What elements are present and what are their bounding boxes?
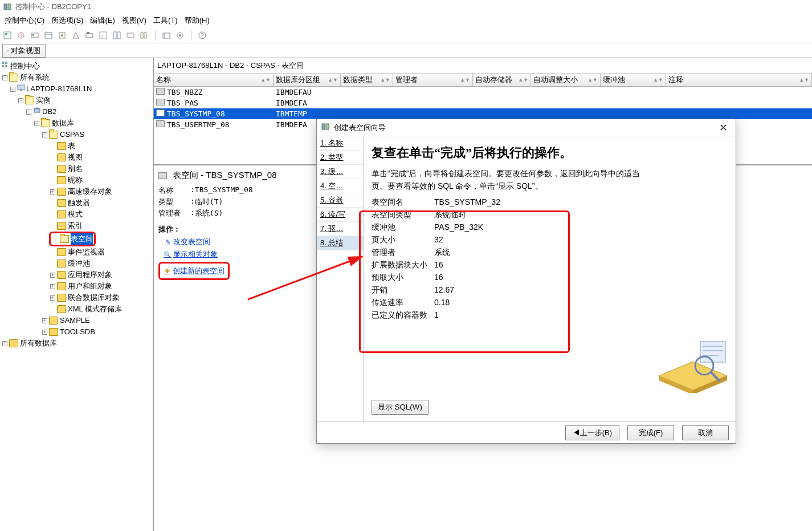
wizard-step-3[interactable]: 3. 缓… <box>317 165 363 179</box>
tree-item[interactable]: +用户和组对象 <box>1 281 152 292</box>
tree-item[interactable]: +高速缓存对象 <box>1 186 152 197</box>
toolbar-icon-2[interactable] <box>16 30 26 40</box>
col-bufpool[interactable]: 缓冲池▲▼ <box>601 74 666 86</box>
col-autosize[interactable]: 自动调整大小▲▼ <box>531 74 601 86</box>
svg-rect-3 <box>5 33 7 35</box>
tree-all-systems[interactable]: − 所有系统 <box>1 72 152 83</box>
menu-tools[interactable]: 工具(T) <box>151 14 180 27</box>
tree-sample[interactable]: +SAMPLE <box>1 315 152 326</box>
col-autostore[interactable]: 自动存储器▲▼ <box>473 74 531 86</box>
breadcrumb: LAPTOP-81768L1N - DB2 - CSPAS - 表空间 <box>154 58 812 74</box>
tree-item[interactable]: 昵称 <box>1 175 152 186</box>
plus-icon: ✚ <box>164 267 170 274</box>
wizard-subtext1: 单击“完成”后，向导将创建表空间。要更改任何参数，返回到此向导中的适当 <box>372 167 728 180</box>
show-sql-button[interactable]: 显示 SQL(W) <box>372 400 429 415</box>
tree-pane[interactable]: 控制中心 − 所有系统 − LAPTOP-81768L1N − 实例 − DB2 <box>0 58 154 531</box>
svg-text:?: ? <box>201 33 204 39</box>
tree-item[interactable]: 模式 <box>1 209 152 220</box>
toolbar-help-icon[interactable]: ? <box>197 30 207 40</box>
toolbar-icon-13[interactable] <box>175 30 185 40</box>
wizard-step-6[interactable]: 6. 读/写 <box>317 208 363 222</box>
table-row[interactable]: TBS_PASIBMDEFA <box>154 98 812 108</box>
svg-text:?: ? <box>101 34 104 39</box>
toolbar-separator-1 <box>155 30 156 40</box>
col-dtype[interactable]: 数据类型▲▼ <box>341 74 393 86</box>
window-title: 控制中心 - DB2COPY1 <box>15 2 91 12</box>
create-tablespace-wizard: 创建表空间向导 ✕ 1. 名称 2. 类型 3. 缓… 4. 空… 5. 容器 … <box>316 119 736 444</box>
tree-instances[interactable]: − 实例 <box>1 95 152 106</box>
wizard-step-1[interactable]: 1. 名称 <box>317 136 363 151</box>
wizard-summary: 表空间名TBS_SYSTMP_32 表空间类型系统临时 缓冲池PAS_PB_32… <box>372 196 728 321</box>
toolbar-icon-12[interactable] <box>161 30 172 40</box>
tree-databases[interactable]: − 数据库 <box>1 117 152 129</box>
wizard-title: 创建表空间向导 <box>334 123 386 133</box>
folder-open-icon <box>41 119 50 127</box>
menu-control-center[interactable]: 控制中心(C) <box>2 14 47 27</box>
back-button[interactable]: ◀上一步(B) <box>565 425 619 440</box>
toolbar-icon-4[interactable] <box>43 30 54 40</box>
tree-item[interactable]: 视图 <box>1 152 152 163</box>
tree-db2[interactable]: − DB2 <box>1 106 152 117</box>
close-button[interactable]: ✕ <box>716 121 731 134</box>
tree-item[interactable]: +应用程序对象 <box>1 269 152 281</box>
tree-all-dbs[interactable]: +所有数据库 <box>1 338 152 349</box>
svg-rect-36 <box>326 124 329 129</box>
svg-rect-29 <box>2 65 4 67</box>
menu-selection[interactable]: 所选项(S) <box>49 14 85 27</box>
svg-point-11 <box>61 34 63 37</box>
tree-item[interactable]: XML 模式存储库 <box>1 303 152 315</box>
tree-item[interactable]: +联合数据库对象 <box>1 292 152 303</box>
toolbar-icon-10[interactable] <box>125 30 136 40</box>
table-row-selected[interactable]: TBS_SYSTMP_08IBMTEMP <box>154 108 812 119</box>
svg-rect-34 <box>34 109 40 112</box>
toolbar-icon-11[interactable] <box>139 30 149 40</box>
object-view-button[interactable]: 对象视图 <box>2 44 46 58</box>
svg-rect-0 <box>4 4 7 10</box>
tree-item[interactable]: 事件监视器 <box>1 246 152 258</box>
tree-toolsdb[interactable]: +TOOLSDB <box>1 326 152 338</box>
svg-rect-13 <box>87 32 89 34</box>
tree-host[interactable]: − LAPTOP-81768L1N <box>1 83 152 95</box>
cancel-button[interactable]: 取消 <box>682 425 729 440</box>
tree-item[interactable]: 触发器 <box>1 197 152 209</box>
wizard-step-8[interactable]: 8. 总结 <box>317 236 363 250</box>
svg-rect-7 <box>32 34 34 37</box>
table-row[interactable]: TBS_NBZZIBMDEFAU <box>154 87 812 98</box>
tree-item[interactable]: 索引 <box>1 220 152 232</box>
svg-rect-19 <box>141 33 143 38</box>
tree-cspas[interactable]: − CSPAS <box>1 129 152 140</box>
toolbar-icon-7[interactable] <box>84 30 95 40</box>
wizard-step-4[interactable]: 4. 空… <box>317 179 363 193</box>
toolbar-icon-1[interactable] <box>2 30 13 40</box>
toolbar-icon-8[interactable]: ? <box>98 30 108 40</box>
col-mgr[interactable]: 管理者▲▼ <box>393 74 473 86</box>
menu-help[interactable]: 帮助(H) <box>182 14 212 27</box>
svg-point-24 <box>179 34 181 37</box>
toolbar-icon-3[interactable] <box>30 30 40 40</box>
search-icon: 🔍 <box>164 251 171 258</box>
toolbar-icon-5[interactable] <box>57 30 67 40</box>
col-pg[interactable]: 数据库分区组▲▼ <box>274 74 341 86</box>
wizard-step-2[interactable]: 2. 类型 <box>317 151 363 165</box>
menu-view[interactable]: 视图(V) <box>120 14 149 27</box>
finish-button[interactable]: 完成(F) <box>627 425 674 440</box>
object-view-label: 对象视图 <box>11 46 40 56</box>
tree-item[interactable]: 别名 <box>1 163 152 175</box>
tree-item[interactable]: 表 <box>1 140 152 152</box>
toolbar-icon-6[interactable] <box>71 30 81 40</box>
svg-rect-32 <box>20 90 22 91</box>
tree-root[interactable]: 控制中心 <box>1 60 152 72</box>
op-create-ts[interactable]: ✚创建新的表空间 <box>164 266 225 276</box>
highlight-create-ts: ✚创建新的表空间 <box>158 262 230 280</box>
tree-item[interactable]: 缓冲池 <box>1 258 152 269</box>
menu-edit[interactable]: 编辑(E) <box>88 14 117 27</box>
toolbar-icon-9[interactable] <box>112 30 122 40</box>
svg-rect-12 <box>86 34 93 38</box>
wizard-step-5[interactable]: 5. 容器 <box>317 193 363 208</box>
tree-item-tablespace[interactable]: 表空间 <box>1 232 152 246</box>
col-name[interactable]: 名称▲▼ <box>154 74 274 86</box>
col-comment[interactable]: 注释▲▼ <box>666 74 812 86</box>
svg-rect-30 <box>5 65 7 67</box>
wizard-step-7[interactable]: 7. 驱… <box>317 222 363 236</box>
menu-bar: 控制中心(C) 所选项(S) 编辑(E) 视图(V) 工具(T) 帮助(H) <box>0 14 812 27</box>
